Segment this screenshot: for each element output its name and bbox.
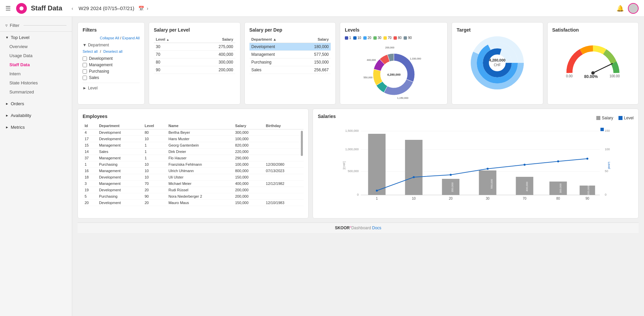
scroll-thumb[interactable]: [301, 131, 303, 156]
emp-salary: 820,000: [233, 142, 264, 149]
emp-id: 3: [83, 181, 97, 187]
emp-salary: 290,000: [233, 155, 264, 161]
salary-dep-col-header: Salary: [299, 36, 331, 43]
select-all-link[interactable]: Select all: [83, 49, 98, 53]
emp-birthday-header: Birthday: [264, 122, 304, 129]
sidebar-item-usage-data[interactable]: Usage Data: [0, 51, 72, 60]
deselect-all-link[interactable]: Deselect all: [103, 49, 123, 53]
metrics-header[interactable]: ► Metrics: [0, 123, 72, 132]
bell-icon[interactable]: 🔔: [616, 5, 624, 12]
gauge-max: 100.00: [609, 74, 620, 79]
filter-management: Management: [83, 63, 140, 67]
filter-sales-checkbox[interactable]: [83, 76, 87, 80]
sidebar-item-overview[interactable]: Overview: [0, 42, 72, 51]
emp-id: 16: [83, 168, 97, 174]
level-legend-swatch: [618, 116, 623, 120]
emp-birthday: 12/12/1982: [264, 181, 304, 187]
legend-swatch: [404, 36, 407, 40]
svg-point-48: [413, 176, 415, 178]
week-nav: ‹ W29 2024 (07/15–07/21) 📅 ›: [70, 4, 149, 12]
levels-donut-chart: 4,280,0001,330,0001,150,000550,000400,00…: [364, 42, 424, 100]
svg-point-53: [587, 158, 589, 160]
emp-birthday: 07/13/2023: [264, 168, 304, 174]
level-filter-header[interactable]: ► Level: [83, 83, 140, 90]
emp-id: 20: [83, 200, 97, 206]
expand-all-link[interactable]: Expand All: [122, 36, 140, 40]
svg-text:50: 50: [605, 169, 608, 173]
salary-cell: 577,500: [299, 51, 331, 58]
sidebar-item-summarized[interactable]: Summarized: [0, 87, 72, 96]
calendar-icon[interactable]: 📅: [138, 6, 144, 11]
dept-arrow: ▼: [83, 43, 87, 47]
svg-point-47: [376, 190, 378, 192]
dept-col-header: Department ▲: [249, 36, 299, 43]
filters-title: Filters: [83, 27, 140, 33]
table-row: Development180,000: [249, 43, 331, 51]
metrics-label: Metrics: [11, 125, 25, 130]
table-row: 90200,000: [154, 66, 235, 74]
table-row: Management577,500: [249, 51, 331, 58]
table-row: 5 Purchasing 90 Nora Niederberger 2 200,…: [83, 193, 304, 200]
orders-header[interactable]: ► Orders: [0, 99, 72, 108]
filter-purchasing-checkbox[interactable]: [83, 69, 87, 74]
top-level-header[interactable]: ▼ Top Level: [0, 33, 72, 42]
prev-week-button[interactable]: ‹: [70, 4, 75, 12]
level-legend-item: Level: [618, 116, 634, 120]
svg-text:CHF: CHF: [494, 63, 501, 67]
svg-text:400,000: 400,000: [526, 182, 529, 191]
emp-level: 1: [143, 155, 167, 161]
emp-id-header: Id: [83, 122, 97, 129]
target-card: Target 4,280,000 CHF: [452, 22, 543, 105]
svg-text:1: 1: [376, 197, 378, 200]
salary-cell: 150,000: [299, 58, 331, 66]
legend-swatch: [363, 36, 367, 40]
svg-text:[CHF]: [CHF]: [343, 161, 346, 169]
emp-name: Mauro Maus: [167, 200, 233, 206]
emp-birthday: 12/10/1983: [264, 200, 304, 206]
level-cell: 90: [154, 66, 193, 74]
emp-salary: 220,000: [233, 149, 264, 155]
emp-salary: 200,000: [233, 187, 264, 193]
filter-development-checkbox[interactable]: [83, 56, 87, 61]
target-title: Target: [457, 27, 538, 33]
filter-development: Development: [83, 56, 140, 61]
avatar[interactable]: [628, 3, 639, 14]
legend-label: 90: [408, 36, 412, 40]
emp-birthday: [264, 155, 304, 161]
emp-level: 1: [143, 142, 167, 149]
menu-icon[interactable]: ☰: [5, 5, 11, 12]
footer-docs-link[interactable]: Docs: [372, 226, 381, 230]
orders-section: ► Orders: [0, 98, 72, 110]
availability-header[interactable]: ► Availability: [0, 111, 72, 120]
next-week-button[interactable]: ›: [145, 4, 150, 12]
legend-item: 30: [373, 36, 381, 40]
table-row: 3 Management 70 Michael Meier 400,000 12…: [83, 181, 304, 187]
emp-id: 18: [83, 174, 97, 181]
emp-birthday: 12/30/2080: [264, 161, 304, 168]
emp-id: 5: [83, 193, 97, 200]
svg-line-8: [593, 64, 612, 73]
table-row: 18 Development 10 Uli Ulster 150,000: [83, 174, 304, 181]
employees-table-wrapper[interactable]: Id Department Level Name Salary Birthday…: [83, 122, 304, 206]
emp-name-header: Name: [167, 122, 233, 129]
table-row: 17 Development 10 Hans Muster 100,000: [83, 136, 304, 142]
legend-label: 10: [358, 36, 361, 40]
dept-filter-header[interactable]: ▼ Department: [83, 43, 140, 47]
levels-title: Levels: [345, 27, 443, 33]
filter-management-checkbox[interactable]: [83, 63, 87, 67]
footer: SKOOR°Dashboard Docs: [78, 223, 639, 233]
availability-section: ► Availability: [0, 110, 72, 121]
emp-id: 19: [83, 187, 97, 193]
legend-item: 90: [404, 36, 412, 40]
satisfaction-gauge: [563, 36, 623, 80]
emp-salary: 200,000: [233, 193, 264, 200]
dept-cell: Purchasing: [249, 58, 299, 66]
donut-segment-1: [384, 79, 413, 95]
sidebar-item-intern[interactable]: Intern: [0, 69, 72, 78]
emp-id: 17: [83, 136, 97, 142]
emp-dept: Purchasing: [97, 161, 143, 168]
collapse-all-link[interactable]: Collapse All: [100, 36, 119, 40]
salary-legend-swatch: [596, 116, 600, 120]
sidebar-item-state-histories[interactable]: State Histories: [0, 78, 72, 87]
sidebar-item-staff-data[interactable]: Staff Data: [0, 60, 72, 69]
